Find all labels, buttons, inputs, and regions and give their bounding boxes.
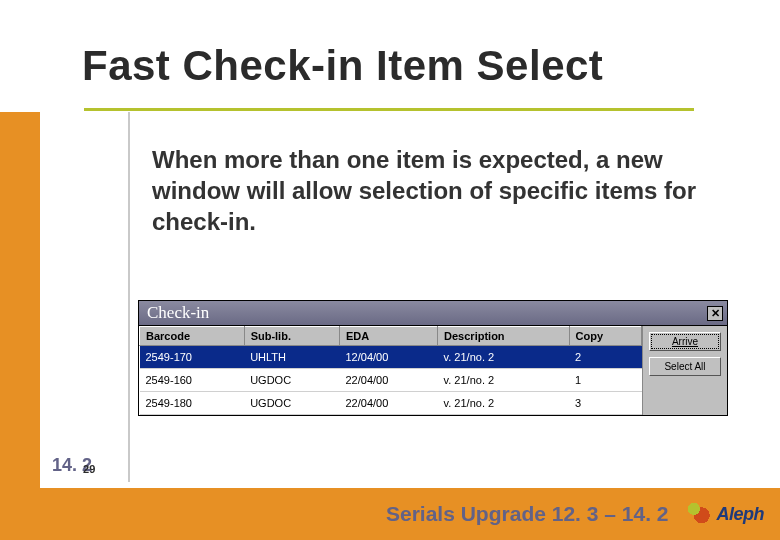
slide: Fast Check-in Item Select When more than… bbox=[0, 0, 780, 540]
select-all-button[interactable]: Select All bbox=[649, 357, 721, 376]
cell-sublib: UHLTH bbox=[244, 346, 339, 369]
dialog-titlebar: Check-in ✕ bbox=[139, 301, 727, 326]
table-row[interactable]: 2549-160 UGDOC 22/04/00 v. 21/no. 2 1 bbox=[140, 369, 642, 392]
cell-barcode: 2549-170 bbox=[140, 346, 245, 369]
title-underline bbox=[84, 108, 694, 111]
col-description[interactable]: Description bbox=[438, 327, 569, 346]
cell-barcode: 2549-180 bbox=[140, 392, 245, 415]
cell-description: v. 21/no. 2 bbox=[438, 369, 569, 392]
cell-eda: 22/04/00 bbox=[340, 392, 438, 415]
footer: Serials Upgrade 12. 3 – 14. 2 Aleph bbox=[0, 488, 780, 540]
slide-title: Fast Check-in Item Select bbox=[82, 42, 603, 90]
cell-copy: 2 bbox=[569, 346, 641, 369]
cell-eda: 12/04/00 bbox=[340, 346, 438, 369]
col-barcode[interactable]: Barcode bbox=[140, 327, 245, 346]
slide-number-sub: 29 bbox=[83, 463, 95, 475]
col-copy[interactable]: Copy bbox=[569, 327, 641, 346]
logo-icon bbox=[686, 501, 712, 527]
cell-barcode: 2549-160 bbox=[140, 369, 245, 392]
sidebar-accent bbox=[0, 112, 40, 492]
footer-text: Serials Upgrade 12. 3 – 14. 2 bbox=[386, 502, 669, 526]
body-text: When more than one item is expected, a n… bbox=[152, 144, 712, 238]
close-icon[interactable]: ✕ bbox=[707, 306, 723, 321]
arrive-button[interactable]: Arrive bbox=[649, 332, 721, 351]
cell-description: v. 21/no. 2 bbox=[438, 346, 569, 369]
cell-eda: 22/04/00 bbox=[340, 369, 438, 392]
cell-copy: 1 bbox=[569, 369, 641, 392]
vertical-divider bbox=[128, 112, 130, 482]
cell-copy: 3 bbox=[569, 392, 641, 415]
col-sublib[interactable]: Sub-lib. bbox=[244, 327, 339, 346]
col-eda[interactable]: EDA bbox=[340, 327, 438, 346]
table-header-row: Barcode Sub-lib. EDA Description Copy bbox=[140, 327, 642, 346]
aleph-logo: Aleph bbox=[686, 501, 764, 527]
checkin-table: Barcode Sub-lib. EDA Description Copy 25… bbox=[139, 326, 643, 415]
cell-sublib: UGDOC bbox=[244, 392, 339, 415]
logo-text: Aleph bbox=[716, 504, 764, 525]
cell-description: v. 21/no. 2 bbox=[438, 392, 569, 415]
slide-number: 14. 2 29 bbox=[52, 455, 109, 476]
table-row[interactable]: 2549-180 UGDOC 22/04/00 v. 21/no. 2 3 bbox=[140, 392, 642, 415]
cell-sublib: UGDOC bbox=[244, 369, 339, 392]
checkin-dialog: Check-in ✕ Barcode Sub-lib. EDA Descript… bbox=[138, 300, 728, 416]
dialog-button-panel: Arrive Select All bbox=[643, 326, 727, 415]
table-row[interactable]: 2549-170 UHLTH 12/04/00 v. 21/no. 2 2 bbox=[140, 346, 642, 369]
dialog-title: Check-in bbox=[147, 303, 209, 323]
